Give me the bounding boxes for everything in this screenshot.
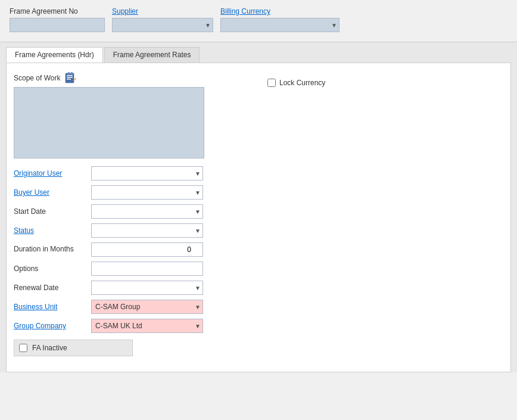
fa-inactive-checkbox[interactable] (19, 344, 27, 352)
svg-rect-0 (66, 73, 74, 83)
start-date-label: Start Date (14, 207, 91, 216)
originator-user-row: Originator User ▼ (14, 166, 250, 181)
group-company-row: Group Company C-SAM UK Ltd ▼ (14, 318, 250, 334)
duration-input[interactable] (91, 242, 203, 257)
start-date-select[interactable] (91, 204, 203, 219)
originator-user-select[interactable] (91, 166, 203, 181)
duration-label: Duration in Months (14, 245, 91, 254)
notepad-icon[interactable] (64, 71, 77, 85)
frame-agreement-no-input[interactable] (10, 18, 105, 32)
buyer-user-select-wrapper: ▼ (91, 185, 203, 200)
status-select-wrapper: ▼ (91, 223, 203, 238)
svg-rect-2 (67, 77, 73, 78)
tab-frame-agreements-hdr[interactable]: Frame Agreements (Hdr) (6, 47, 103, 63)
group-company-label[interactable]: Group Company (14, 322, 91, 330)
scope-of-work-header: Scope of Work (14, 71, 250, 85)
tab-frame-agreement-rates[interactable]: Frame Agreement Rates (104, 47, 200, 63)
lock-currency-checkbox[interactable] (267, 79, 276, 87)
lock-currency-row: Lock Currency (267, 79, 503, 87)
tab-content: Scope of Work (6, 63, 511, 372)
content-row: Scope of Work (14, 71, 503, 356)
buyer-user-label[interactable]: Buyer User (14, 188, 91, 197)
renewal-date-row: Renewal Date ▼ (14, 280, 250, 295)
scope-of-work-textarea-wrapper (14, 87, 204, 158)
svg-marker-6 (74, 78, 76, 80)
svg-rect-5 (71, 72, 73, 74)
supplier-select[interactable] (112, 18, 213, 32)
status-select[interactable] (91, 223, 203, 238)
billing-currency-select-wrapper: ▼ (220, 18, 340, 32)
renewal-date-select-wrapper: ▼ (91, 281, 203, 295)
scope-of-work-textarea[interactable] (14, 87, 204, 158)
originator-user-select-wrapper: ▼ (91, 166, 203, 181)
frame-agreement-no-group: Frame Agreement No (10, 7, 105, 32)
duration-row: Duration in Months (14, 242, 250, 257)
originator-user-label[interactable]: Originator User (14, 169, 91, 178)
start-date-select-wrapper: ▼ (91, 204, 203, 219)
billing-currency-label[interactable]: Billing Currency (220, 7, 340, 15)
status-row: Status ▼ (14, 223, 250, 238)
scope-of-work-label: Scope of Work (14, 74, 60, 82)
billing-currency-group: Billing Currency ▼ (220, 7, 340, 32)
buyer-user-select[interactable] (91, 185, 203, 200)
buyer-user-row: Buyer User ▼ (14, 185, 250, 200)
renewal-date-label: Renewal Date (14, 284, 91, 292)
options-input[interactable] (91, 262, 203, 276)
right-column: Lock Currency (267, 71, 503, 356)
business-unit-select[interactable]: C-SAM Group (91, 300, 203, 314)
tabs-container: Frame Agreements (Hdr) Frame Agreement R… (0, 42, 517, 372)
start-date-row: Start Date ▼ (14, 204, 250, 219)
status-label[interactable]: Status (14, 226, 91, 235)
group-company-select[interactable]: C-SAM UK Ltd (91, 319, 203, 333)
frame-agreement-no-label: Frame Agreement No (10, 7, 105, 15)
left-column: Scope of Work (14, 71, 250, 356)
billing-currency-select[interactable] (220, 18, 340, 32)
supplier-select-wrapper: ▼ (112, 18, 213, 32)
fa-inactive-label: FA Inactive (32, 344, 67, 352)
renewal-date-select[interactable] (91, 281, 203, 295)
business-unit-select-wrapper: C-SAM Group ▼ (91, 300, 203, 314)
fa-inactive-row: FA Inactive (14, 340, 133, 356)
supplier-label[interactable]: Supplier (112, 7, 213, 15)
top-section: Frame Agreement No Supplier ▼ Billing Cu… (0, 0, 517, 42)
svg-rect-4 (68, 72, 70, 74)
svg-rect-1 (67, 75, 73, 76)
supplier-group: Supplier ▼ (112, 7, 213, 32)
lock-currency-label: Lock Currency (279, 79, 325, 87)
svg-rect-3 (67, 79, 71, 80)
business-unit-label[interactable]: Business Unit (14, 303, 91, 311)
tabs-header: Frame Agreements (Hdr) Frame Agreement R… (0, 42, 517, 63)
options-label: Options (14, 265, 91, 273)
business-unit-row: Business Unit C-SAM Group ▼ (14, 299, 250, 315)
group-company-select-wrapper: C-SAM UK Ltd ▼ (91, 319, 203, 333)
options-row: Options (14, 261, 250, 276)
